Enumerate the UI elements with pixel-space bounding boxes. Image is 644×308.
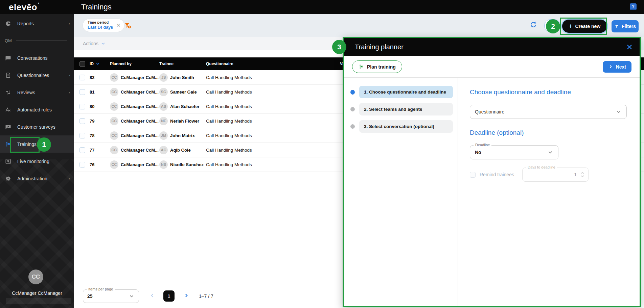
days-to-deadline-label: Days to deadline bbox=[526, 165, 557, 169]
sidebar-item-customer-surveys[interactable]: Customer surveys bbox=[0, 118, 74, 135]
chevron-right-icon: › bbox=[69, 176, 70, 181]
wizard-step[interactable]: 3. Select conversation (optional) bbox=[350, 120, 453, 133]
sidebar-section-qm: QM bbox=[0, 32, 74, 49]
monitor-icon bbox=[5, 158, 12, 165]
sidebar-item-reports[interactable]: Reports › bbox=[0, 15, 74, 32]
column-header-trainee[interactable]: Trainee bbox=[159, 61, 206, 66]
sidebar-item-administration[interactable]: Administration › bbox=[0, 170, 74, 187]
step-label[interactable]: 2. Select teams and agents bbox=[359, 103, 453, 116]
row-checkbox[interactable] bbox=[79, 89, 85, 95]
row-checkbox[interactable] bbox=[79, 133, 85, 138]
help-icon[interactable]: ? bbox=[630, 3, 637, 10]
chevron-right-icon bbox=[608, 64, 613, 69]
column-header-questionnaire[interactable]: Questionnaire bbox=[206, 61, 340, 66]
avatar: CC bbox=[110, 73, 118, 82]
planner-header: Training planner ✕ bbox=[344, 38, 640, 56]
trainee-name: Sameer Gale bbox=[170, 89, 197, 95]
filters-label: Filters bbox=[622, 24, 636, 29]
avatar: CC bbox=[110, 88, 118, 96]
avatar: CC bbox=[110, 160, 118, 169]
automation-icon bbox=[5, 106, 12, 113]
days-to-deadline-input[interactable]: Days to deadline 1 bbox=[522, 168, 589, 182]
filters-button[interactable]: Filters bbox=[612, 20, 639, 32]
trainee-cell: JM John Matrix bbox=[159, 131, 206, 140]
wizard-step[interactable]: 1. Choose questionnaire and deadline bbox=[350, 86, 453, 98]
trainee-cell: AC Aqib Cole bbox=[159, 146, 206, 154]
items-per-page-label: Items per page bbox=[87, 287, 115, 291]
refresh-icon[interactable] bbox=[530, 21, 538, 29]
avatar: AS bbox=[159, 102, 168, 111]
next-button[interactable]: Next bbox=[603, 61, 631, 73]
days-to-deadline-value: 1 bbox=[527, 172, 580, 177]
deadline-select[interactable]: Deadline No bbox=[470, 145, 558, 159]
current-page-button[interactable]: 1 bbox=[163, 290, 175, 302]
sidebar-item-live-monitoring[interactable]: Live monitoring bbox=[0, 153, 74, 170]
step-label[interactable]: 1. Choose questionnaire and deadline bbox=[359, 86, 453, 98]
row-checkbox[interactable] bbox=[79, 162, 85, 168]
logo-text: elevēo bbox=[9, 2, 37, 12]
deadline-value: No bbox=[475, 150, 547, 155]
remind-trainees-checkbox[interactable] bbox=[470, 172, 476, 178]
questionnaire-select[interactable]: Questionnaire bbox=[470, 105, 627, 119]
filter-icon bbox=[614, 24, 619, 29]
avatar: NS bbox=[159, 160, 168, 169]
user-block[interactable]: CC CcManager CcManager bbox=[0, 271, 74, 308]
step-dot bbox=[350, 124, 355, 129]
avatar: CC bbox=[110, 146, 118, 154]
sidebar-item-automated-rules[interactable]: Automated rules bbox=[0, 101, 74, 118]
planned-by-name: CcManager CcM... bbox=[121, 133, 159, 138]
close-icon[interactable]: ✕ bbox=[626, 43, 633, 51]
sidebar-item-questionnaires[interactable]: Questionnaires › bbox=[0, 67, 74, 84]
actions-dropdown[interactable]: Actions bbox=[83, 41, 106, 46]
planned-by-name: CcManager CcM... bbox=[121, 89, 159, 95]
trainee-name: John Matrix bbox=[170, 133, 195, 138]
next-page-icon[interactable] bbox=[183, 292, 189, 300]
avatar: CC bbox=[28, 270, 43, 284]
sidebar-item-label: Reviews bbox=[17, 90, 69, 95]
items-per-page-select[interactable]: Items per page 25 bbox=[83, 289, 139, 303]
partially-hidden-button[interactable] bbox=[544, 19, 560, 32]
row-checkbox[interactable] bbox=[79, 104, 85, 109]
time-period-chip[interactable]: Time period Last 14 days ✕ bbox=[83, 19, 124, 32]
close-icon[interactable]: ✕ bbox=[116, 22, 121, 28]
step-label[interactable]: 3. Select conversation (optional) bbox=[359, 120, 453, 133]
chat-icon bbox=[5, 55, 12, 61]
planned-by-cell: CC CcManager CcM... bbox=[110, 160, 159, 169]
column-header-planned-by[interactable]: Planned by bbox=[110, 61, 159, 66]
plan-training-button[interactable]: Plan training bbox=[352, 60, 402, 73]
pagination-bar: Items per page 25 1 1–7 / 7 bbox=[74, 284, 343, 308]
sidebar-item-label: Reports bbox=[17, 21, 69, 26]
number-stepper[interactable] bbox=[580, 172, 585, 178]
trainee-cell: AS Alan Schaefer bbox=[159, 102, 206, 111]
select-all-checkbox[interactable] bbox=[79, 61, 85, 67]
plan-training-label: Plan training bbox=[367, 64, 396, 70]
eleveo-logo: elevēo ʼ bbox=[0, 2, 74, 12]
sidebar-item-trainings[interactable]: Trainings bbox=[0, 135, 74, 153]
sidebar: Reports › QM Conversations Questionnaire… bbox=[0, 14, 74, 308]
row-checkbox[interactable] bbox=[79, 118, 85, 124]
sidebar-item-label: Administration bbox=[17, 176, 69, 181]
trainee-cell: NF Neriah Flower bbox=[159, 117, 206, 125]
remind-trainees-label: Remind trainees bbox=[480, 172, 514, 177]
chip-value: Last 14 days bbox=[88, 25, 113, 30]
planner-toolbar: Plan training Next bbox=[344, 56, 640, 78]
row-id: 77 bbox=[90, 148, 110, 153]
column-header-id[interactable]: ID bbox=[90, 61, 110, 66]
questionnaire-cell: Call Handling Methods bbox=[206, 133, 340, 138]
sidebar-item-conversations[interactable]: Conversations bbox=[0, 49, 74, 67]
step-heading: Choose questionnaire and deadline bbox=[470, 88, 627, 96]
trainee-name: Aqib Cole bbox=[170, 148, 191, 153]
planned-by-cell: CC CcManager CcM... bbox=[110, 73, 159, 82]
wizard-step[interactable]: 2. Select teams and agents bbox=[350, 103, 453, 116]
row-checkbox[interactable] bbox=[79, 147, 85, 153]
previous-page-icon[interactable] bbox=[149, 292, 155, 300]
create-new-button[interactable]: + Create new bbox=[562, 20, 607, 33]
row-checkbox[interactable] bbox=[79, 75, 85, 80]
clear-filters-icon[interactable] bbox=[124, 22, 132, 29]
trainee-cell: SG Sameer Gale bbox=[159, 88, 206, 96]
top-bar: elevēo ʼ Trainings ? bbox=[0, 0, 644, 14]
sidebar-item-reviews[interactable]: Reviews › bbox=[0, 84, 74, 101]
user-strip bbox=[6, 298, 71, 304]
questionnaire-cell: Call Handling Methods bbox=[206, 162, 340, 167]
planned-by-cell: CC CcManager CcM... bbox=[110, 131, 159, 140]
